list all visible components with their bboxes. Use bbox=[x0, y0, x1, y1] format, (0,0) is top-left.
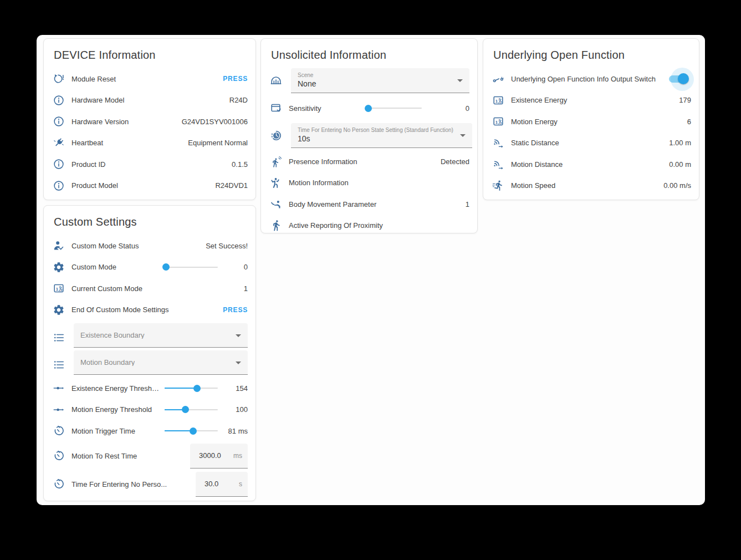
row-label: Motion Distance bbox=[511, 160, 669, 169]
svg-text:1: 1 bbox=[495, 98, 498, 103]
row-label: Active Reporting Of Proximity bbox=[289, 221, 469, 230]
table-row: Hardware Model R24D bbox=[53, 90, 248, 111]
end-custom-mode-row: End Of Custom Mode Settings PRESS bbox=[53, 299, 248, 321]
row-label: Custom Mode Status bbox=[71, 242, 206, 250]
row-label: Product Model bbox=[71, 181, 215, 190]
select-label: Time For Entering No Person State Settin… bbox=[298, 126, 453, 134]
slider-thumb[interactable] bbox=[365, 105, 372, 112]
switch-icon bbox=[492, 72, 504, 85]
content-panel: DEVICE Information Module Reset PRESS Ha… bbox=[37, 35, 705, 505]
slider-thumb[interactable] bbox=[162, 263, 170, 271]
select-value: 10s bbox=[298, 134, 453, 144]
select-label: Motion Boundary bbox=[80, 359, 135, 366]
sensitivity-check-icon bbox=[270, 101, 282, 115]
existence-energy-threshold-slider[interactable] bbox=[165, 388, 218, 389]
row-label: Existence Energy Threshold bbox=[71, 384, 160, 393]
row-label: Motion Trigger Time bbox=[71, 427, 160, 435]
time-setting-row: Time For Entering No Person State Settin… bbox=[270, 123, 469, 148]
table-row: Heartbeat Equipment Normal bbox=[53, 133, 248, 154]
motion-trigger-time-slider[interactable] bbox=[165, 430, 218, 431]
select-value: None bbox=[298, 79, 451, 89]
select-label: Existence Boundary bbox=[80, 332, 145, 339]
signal-distance-icon bbox=[492, 136, 504, 150]
sensitivity-row: Sensitivity 0 bbox=[270, 96, 469, 120]
table-row: Motion Information bbox=[270, 172, 469, 194]
info-output-toggle[interactable] bbox=[669, 75, 687, 83]
row-value: 81 ms bbox=[222, 427, 248, 435]
table-row: 123 Motion Energy 6 bbox=[492, 111, 691, 133]
row-label: Sensitivity bbox=[289, 104, 362, 113]
input-value: 3000.0 bbox=[199, 451, 221, 460]
row-label: Product ID bbox=[71, 160, 232, 169]
row-label: Existence Energy bbox=[511, 96, 679, 104]
row-label: Underlying Open Function Info Output Swi… bbox=[511, 75, 669, 83]
custom-settings-card: Custom Settings Custom Mode Status Set S… bbox=[43, 205, 256, 501]
row-value: Equipment Normal bbox=[188, 139, 248, 147]
scene-select[interactable]: Scene None bbox=[291, 68, 469, 93]
table-row: 123 Existence Energy 179 bbox=[492, 90, 691, 111]
presence-sensor-icon bbox=[270, 155, 282, 168]
slider-thumb[interactable] bbox=[190, 427, 197, 435]
row-value: Set Success! bbox=[206, 242, 248, 250]
chevron-down-icon bbox=[236, 362, 241, 364]
chevron-down-icon bbox=[460, 134, 466, 137]
motion-energy-threshold-slider[interactable] bbox=[165, 409, 218, 410]
row-label: Presence Information bbox=[289, 157, 441, 166]
chevron-down-icon bbox=[457, 79, 463, 82]
list-icon bbox=[53, 358, 65, 371]
row-label: Custom Mode bbox=[71, 263, 160, 271]
info-icon bbox=[53, 179, 65, 192]
number-pin-icon: 123 bbox=[53, 282, 65, 295]
row-value: 1.00 m bbox=[669, 139, 691, 147]
table-row: Motion Speed 0.00 m/s bbox=[492, 175, 691, 197]
threshold-icon bbox=[53, 403, 65, 416]
card-title: DEVICE Information bbox=[54, 49, 248, 62]
row-label: Hardware Version bbox=[71, 118, 182, 126]
info-icon bbox=[53, 157, 65, 171]
number-pin-icon: 123 bbox=[492, 94, 504, 107]
motion-energy-threshold-row: Motion Energy Threshold 100 bbox=[53, 399, 248, 421]
underlying-open-function-card: Underlying Open Function Underlying Open… bbox=[483, 38, 699, 200]
existence-boundary-select[interactable]: Existence Boundary bbox=[74, 323, 248, 348]
card-title: Underlying Open Function bbox=[493, 49, 691, 62]
time-entering-no-person-input[interactable]: 30.0 s bbox=[196, 472, 248, 497]
info-icon bbox=[53, 115, 65, 128]
custom-mode-row: Custom Mode 0 bbox=[53, 257, 248, 278]
row-value: 0.1.5 bbox=[232, 160, 248, 169]
table-row: Static Distance 1.00 m bbox=[492, 133, 691, 154]
row-value: 100 bbox=[222, 405, 248, 414]
end-custom-mode-press-button[interactable]: PRESS bbox=[223, 306, 248, 314]
signal-distance-icon bbox=[492, 157, 504, 171]
gear-icon bbox=[53, 261, 65, 274]
walking-person-icon bbox=[270, 219, 282, 232]
row-label: Motion Energy Threshold bbox=[71, 405, 160, 414]
timer-icon bbox=[53, 477, 65, 491]
row-label: Static Distance bbox=[511, 139, 669, 147]
sensitivity-slider[interactable] bbox=[366, 108, 422, 109]
existence-energy-threshold-row: Existence Energy Threshold 154 bbox=[53, 378, 248, 399]
row-label: Current Custom Mode bbox=[71, 284, 244, 293]
slider-thumb[interactable] bbox=[193, 385, 201, 392]
table-row: Product Model R24DVD1 bbox=[53, 175, 248, 197]
table-row: Product ID 0.1.5 bbox=[53, 154, 248, 175]
input-value: 30.0 bbox=[205, 480, 218, 488]
module-reset-press-button[interactable]: PRESS bbox=[223, 75, 248, 83]
row-label: Hardware Model bbox=[71, 96, 229, 104]
row-value: 6 bbox=[687, 118, 691, 126]
table-row: Body Movement Parameter 1 bbox=[270, 194, 469, 215]
svg-text:1: 1 bbox=[495, 120, 498, 125]
row-value: 1 bbox=[244, 284, 248, 293]
row-label: Module Reset bbox=[71, 75, 223, 83]
card-title: Unsolicited Information bbox=[271, 49, 469, 62]
row-value: R24DVD1 bbox=[215, 181, 248, 190]
custom-mode-slider[interactable] bbox=[165, 267, 218, 268]
no-person-time-select[interactable]: Time For Entering No Person State Settin… bbox=[291, 123, 472, 148]
motion-person-icon bbox=[270, 176, 282, 190]
custom-mode-status-row: Custom Mode Status Set Success! bbox=[53, 235, 248, 257]
slider-thumb[interactable] bbox=[182, 406, 189, 413]
clock-dashed-icon bbox=[270, 129, 282, 142]
slider-fill bbox=[165, 388, 197, 389]
motion-to-rest-time-input[interactable]: 3000.0 ms bbox=[190, 444, 248, 469]
motion-boundary-select[interactable]: Motion Boundary bbox=[74, 350, 248, 375]
body-movement-icon bbox=[270, 197, 282, 211]
